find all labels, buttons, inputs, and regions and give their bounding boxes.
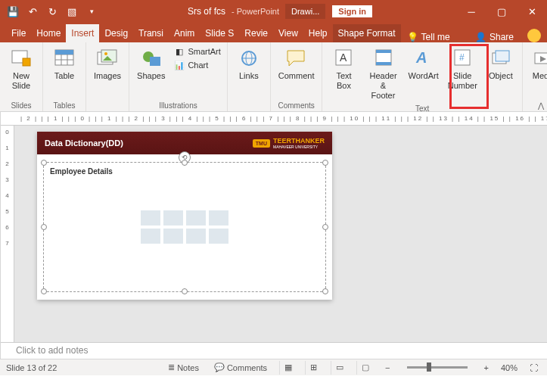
quick-access: 💾 ↶ ↻ ▧ ▾ [0,3,104,20]
tell-me-label: Tell me [421,32,450,42]
restore-button[interactable]: ▢ [486,0,517,23]
svg-text:#: # [459,52,465,63]
tab-transitions[interactable]: Transi [133,24,169,42]
shapes-label: Shapes [137,71,165,81]
wordart-label: WordArt [409,71,439,81]
slide-counter: Slide 13 of 22 [6,363,57,372]
redo-icon[interactable]: ↻ [44,3,61,20]
tab-review[interactable]: Revie [239,24,273,42]
start-show-icon[interactable]: ▧ [64,3,80,20]
comments-toggle[interactable]: 💬Comments [211,362,270,372]
object-icon [490,47,512,70]
zoom-out-button[interactable]: − [382,363,393,372]
current-slide[interactable]: Data Dictionary(DD) TMU TEERTHANKER MAHA… [37,132,332,300]
new-slide-button[interactable]: New Slide [5,45,38,92]
tab-shape-format[interactable]: Shape Format [333,24,401,42]
images-button[interactable]: Images [91,45,124,82]
chart-icon: 📊 [174,60,185,70]
links-button[interactable]: Links [232,45,266,82]
illustrations-group-label: Illustrations [159,101,197,110]
zoom-slider[interactable] [407,366,468,369]
svg-rect-19 [376,50,391,53]
close-button[interactable]: ✕ [517,0,547,23]
minimize-button[interactable]: ─ [456,0,486,23]
media-button[interactable]: Media [527,45,547,82]
sorter-view-icon[interactable]: ⊞ [305,361,322,375]
fit-window-icon[interactable]: ⛶ [527,363,541,372]
notes-toggle[interactable]: ≣Notes [165,362,202,372]
resize-handle[interactable] [41,224,47,230]
ruler-vertical: 01234567 [1,126,14,342]
new-slide-icon [10,47,33,70]
comments-icon: 💬 [214,362,225,372]
slideshow-view-icon[interactable]: ▢ [356,361,373,375]
ribbon-tabs: File Home Insert Desig Transi Anim Slide… [0,23,547,42]
chart-button[interactable]: 📊 Chart [172,59,222,71]
collapse-ribbon-icon[interactable]: ⋀ [538,101,544,110]
signin-button[interactable]: Sign in [331,5,373,18]
zoom-in-button[interactable]: + [481,363,492,372]
reading-view-icon[interactable]: ▭ [331,361,347,375]
text-box-label: Text Box [336,71,351,91]
resize-handle[interactable] [182,160,188,166]
content-placeholder[interactable]: Employee Details [43,162,326,292]
group-slides: New Slide Slides [0,42,43,111]
group-tables: Table Tables [43,42,86,111]
header-footer-button[interactable]: Header & Footer [365,45,401,103]
resize-handle[interactable] [322,160,328,166]
header-footer-label: Header & Footer [368,71,398,101]
share-button[interactable]: 👤 Share [468,32,521,42]
comment-label: Comment [278,71,315,81]
feedback-face-icon[interactable] [527,29,541,42]
text-box-icon: A [332,47,355,70]
main-area: 12 13 14 15 16 | 2 | | | 1 | | | 0 | | |… [0,112,547,359]
svg-rect-20 [376,62,391,65]
svg-text:A: A [415,49,427,66]
resize-handle[interactable] [322,288,328,294]
tell-me[interactable]: 💡 Tell me [401,32,456,42]
shapes-button[interactable]: Shapes [134,45,168,82]
document-name: Srs of fcs [188,6,225,17]
tab-home[interactable]: Home [31,24,66,42]
brand-sub: MAHAVEER UNIVERSITY [273,145,325,149]
qat-more-icon[interactable]: ▾ [83,3,100,20]
svg-rect-7 [55,50,73,54]
tab-view[interactable]: View [273,24,303,42]
zoom-level[interactable]: 40% [501,363,517,372]
object-label: Object [489,71,513,81]
notes-icon: ≣ [168,362,175,372]
editor: | 2 | | | 1 | | | 0 | | | 1 | | | 2 | | … [1,112,547,359]
text-box-button[interactable]: A Text Box [327,45,360,92]
resize-handle[interactable] [41,160,47,166]
resize-handle[interactable] [41,288,47,294]
comment-icon [285,47,308,70]
canvas[interactable]: Data Dictionary(DD) TMU TEERTHANKER MAHA… [14,126,547,342]
wordart-button[interactable]: A WordArt [406,45,441,82]
tab-design[interactable]: Desig [99,24,133,42]
tab-animations[interactable]: Anim [169,24,200,42]
content-type-icons[interactable] [141,210,228,244]
share-icon: 👤 [475,32,486,42]
resize-handle[interactable] [182,288,188,294]
slide-number-button[interactable]: # Slide Number [446,45,480,92]
links-icon [238,47,260,70]
media-icon [533,47,547,70]
brand-name: TEERTHANKER [273,138,325,145]
undo-icon[interactable]: ↶ [24,3,41,20]
comment-button[interactable]: Comment [275,45,318,82]
wordart-icon: A [412,47,435,70]
tab-slideshow[interactable]: Slide S [200,24,239,42]
object-button[interactable]: Object [484,45,517,82]
notes-pane[interactable]: Click to add notes [1,342,547,359]
save-icon[interactable]: 💾 [5,3,21,20]
slide-title: Data Dictionary(DD) [45,138,123,148]
resize-handle[interactable] [322,224,328,230]
tab-file[interactable]: File [6,24,31,42]
smartart-button[interactable]: ◧ SmartArt [172,45,222,58]
tab-insert[interactable]: Insert [66,24,99,42]
tab-help[interactable]: Help [303,24,333,42]
normal-view-icon[interactable]: ▦ [279,361,296,375]
table-button[interactable]: Table [48,45,81,82]
group-links: Links [228,42,271,111]
chart-label: Chart [188,61,208,70]
